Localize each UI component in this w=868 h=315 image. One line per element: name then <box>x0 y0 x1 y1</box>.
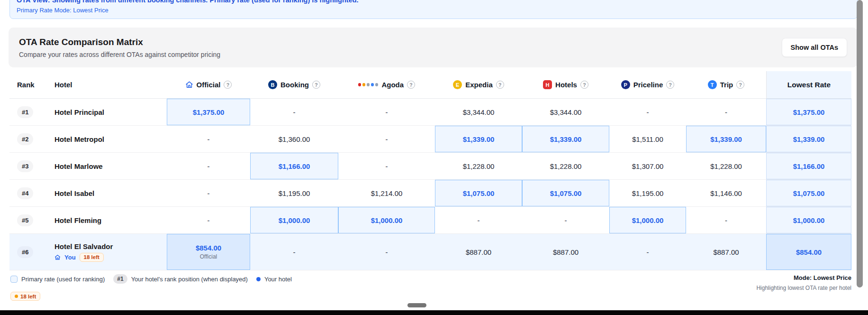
house-icon <box>54 254 61 260</box>
ota-rate-comparison-page: OTA View: Showing rates from different b… <box>0 0 868 315</box>
help-icon[interactable]: ? <box>736 81 744 89</box>
column-label: Agoda <box>381 81 404 89</box>
legend: Primary rate (used for ranking) #1 Your … <box>10 274 292 284</box>
column-header-official[interactable]: Official ? <box>167 71 250 98</box>
column-header-expedia[interactable]: E Expedia ? <box>435 71 522 98</box>
rank-badge: #6 <box>17 246 33 258</box>
rate-cell-booking[interactable]: $1,360.00 <box>250 126 338 152</box>
banner-description: OTA View: Showing rates from different b… <box>17 0 850 4</box>
lowest-rate-cell[interactable]: $1,166.00 <box>766 153 851 179</box>
rate-cell-expedia[interactable]: $3,344.00 <box>435 99 522 125</box>
column-label: Hotels <box>555 81 577 89</box>
rate-cell-hotels[interactable]: $887.00 <box>522 234 609 270</box>
rate-cell-expedia[interactable]: $1,228.00 <box>435 153 522 179</box>
rank-badge: #4 <box>17 187 33 199</box>
column-header-hotels[interactable]: H Hotels ? <box>522 71 609 98</box>
blue-dot-icon <box>256 277 261 281</box>
agoda-dots-icon <box>358 83 379 86</box>
rate-cell-expedia[interactable]: $1,339.00 <box>435 126 522 152</box>
rate-cell-official[interactable]: - <box>167 180 250 206</box>
rate-cell-hotels[interactable]: $1,339.00 <box>522 126 609 152</box>
table-row-your-hotel: #6 Hotel El Salvador You 18 left $854.00… <box>9 234 851 270</box>
rate-cell-expedia[interactable]: - <box>435 207 522 233</box>
rate-cell-priceline[interactable]: $1,307.00 <box>609 153 686 179</box>
table-header-row: Rank Hotel Official ? B Booking ? Agoda … <box>9 71 851 99</box>
availability-badge: 18 left <box>80 253 104 262</box>
priceline-icon: P <box>621 80 630 89</box>
rate-cell-hotels[interactable]: $3,344.00 <box>522 99 609 125</box>
rate-cell-official[interactable]: - <box>167 153 250 179</box>
rate-cell-hotels[interactable]: $1,228.00 <box>522 153 609 179</box>
official-rate-sublabel: Official <box>200 253 217 260</box>
column-label: Expedia <box>465 81 493 89</box>
rank-pill-sample: #1 <box>113 274 127 284</box>
rate-cell-booking[interactable]: - <box>250 234 338 270</box>
column-label: Booking <box>280 81 309 89</box>
rate-cell-trip[interactable]: $1,228.00 <box>686 153 766 179</box>
table-row: #1 Hotel Principal $1,375.00 - - $3,344.… <box>9 99 851 126</box>
rank-badge: #3 <box>17 160 33 172</box>
expedia-icon: E <box>453 80 462 89</box>
rate-cell-agoda[interactable]: $1,000.00 <box>338 207 435 233</box>
hotel-name: Hotel Fleming <box>54 216 101 224</box>
rate-cell-expedia[interactable]: $1,075.00 <box>435 180 522 206</box>
rate-cell-priceline[interactable]: $1,195.00 <box>609 180 686 206</box>
rate-cell-agoda[interactable]: - <box>338 99 435 125</box>
rate-cell-booking[interactable]: $1,195.00 <box>250 180 338 206</box>
footer-mode-info: Mode: Lowest Price Highlighting lowest O… <box>756 274 851 291</box>
rate-comparison-table: Rank Hotel Official ? B Booking ? Agoda … <box>9 71 851 270</box>
rate-cell-trip[interactable]: - <box>686 207 766 233</box>
rate-cell-priceline[interactable]: $1,511.00 <box>609 126 686 152</box>
rate-cell-booking[interactable]: $1,000.00 <box>250 207 338 233</box>
help-icon[interactable]: ? <box>407 81 415 89</box>
rate-cell-official[interactable]: $854.00 Official <box>167 234 250 270</box>
lowest-rate-cell[interactable]: $1,075.00 <box>766 180 851 206</box>
drag-handle[interactable] <box>407 303 426 307</box>
hotel-name: Hotel Isabel <box>54 189 94 197</box>
lowest-rate-cell[interactable]: $1,000.00 <box>766 207 851 233</box>
ota-view-banner: OTA View: Showing rates from different b… <box>9 0 858 19</box>
rate-cell-agoda[interactable]: - <box>338 153 435 179</box>
lowest-rate-cell[interactable]: $1,375.00 <box>766 99 851 125</box>
lowest-rate-cell[interactable]: $854.00 <box>766 234 851 270</box>
rate-cell-booking[interactable]: - <box>250 99 338 125</box>
rate-cell-agoda[interactable]: - <box>338 234 435 270</box>
rate-cell-official[interactable]: - <box>167 207 250 233</box>
legend-primary-rate: Primary rate (used for ranking) <box>10 276 105 283</box>
column-header-priceline[interactable]: P Priceline ? <box>609 71 686 98</box>
rate-cell-priceline[interactable]: - <box>609 234 686 270</box>
column-header-hotel: Hotel <box>54 71 167 98</box>
rate-cell-trip[interactable]: - <box>686 99 766 125</box>
rate-cell-priceline[interactable]: $1,000.00 <box>609 207 686 233</box>
rate-cell-trip[interactable]: $1,146.00 <box>686 180 766 206</box>
help-icon[interactable]: ? <box>580 81 588 89</box>
matrix-card-header: OTA Rate Comparison Matrix Compare your … <box>9 28 858 67</box>
rate-cell-hotels[interactable]: - <box>522 207 609 233</box>
column-header-agoda[interactable]: Agoda ? <box>338 71 435 98</box>
help-icon[interactable]: ? <box>224 81 232 89</box>
primary-rate-mode-text: Primary Rate Mode: Lowest Price <box>17 7 850 14</box>
rate-cell-agoda[interactable]: - <box>338 126 435 152</box>
rate-cell-trip[interactable]: $887.00 <box>686 234 766 270</box>
rate-cell-priceline[interactable]: - <box>609 99 686 125</box>
table-row: #4 Hotel Isabel - $1,195.00 $1,214.00 $1… <box>9 180 851 207</box>
rate-cell-official[interactable]: - <box>167 126 250 152</box>
help-icon[interactable]: ? <box>312 81 320 89</box>
rate-cell-trip[interactable]: $1,339.00 <box>686 126 766 152</box>
rate-cell-booking[interactable]: $1,166.00 <box>250 153 338 179</box>
table-row: #2 Hotel Metropol - $1,360.00 - $1,339.0… <box>9 126 851 153</box>
help-icon[interactable]: ? <box>496 81 504 89</box>
vertical-scrollbar-thumb[interactable] <box>857 0 863 287</box>
help-icon[interactable]: ? <box>666 81 674 89</box>
rate-cell-hotels[interactable]: $1,075.00 <box>522 180 609 206</box>
column-header-rank: Rank <box>9 71 54 98</box>
trip-icon: T <box>708 80 717 89</box>
table-row: #3 Hotel Marlowe - $1,166.00 - $1,228.00… <box>9 153 851 180</box>
rate-cell-agoda[interactable]: $1,214.00 <box>338 180 435 206</box>
column-header-booking[interactable]: B Booking ? <box>250 71 338 98</box>
rate-cell-expedia[interactable]: $887.00 <box>435 234 522 270</box>
lowest-rate-cell[interactable]: $1,339.00 <box>766 126 851 152</box>
show-all-otas-button[interactable]: Show all OTAs <box>782 38 847 57</box>
column-header-trip[interactable]: T Trip ? <box>686 71 766 98</box>
rate-cell-official[interactable]: $1,375.00 <box>167 99 250 125</box>
